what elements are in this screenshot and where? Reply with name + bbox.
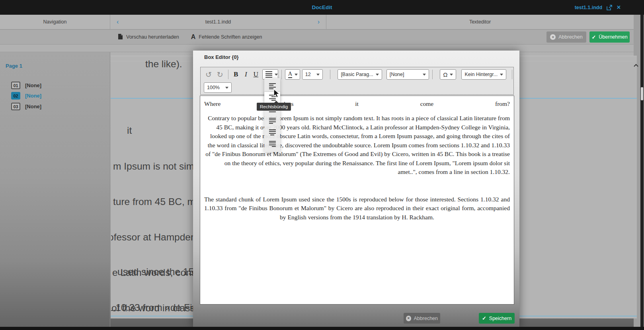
share-icon[interactable] xyxy=(607,5,612,10)
tooltip: Rechtsbündig xyxy=(257,103,291,111)
document-text-block-2: used since the 1500 1.10.33 from «de Fin… xyxy=(111,242,205,330)
paragraph-style-dropdown[interactable]: [Basic Parag... xyxy=(338,69,382,80)
panel-document-title: ‹ test1.1.indd › xyxy=(110,15,326,29)
cancel-x-icon: ✕ xyxy=(406,316,411,321)
divider xyxy=(330,70,330,79)
chevron-down-icon xyxy=(316,74,320,77)
divider xyxy=(281,70,282,79)
chevron-down-icon xyxy=(295,74,298,77)
sidebar-item-frame-01[interactable]: 01 [None] xyxy=(11,82,41,89)
font-size-dropdown[interactable]: 12 xyxy=(302,69,323,80)
panel-texteditor-title: Texteditor xyxy=(326,15,634,29)
action-bar: Vorschau herunterladen A Fehlende Schrif… xyxy=(0,30,634,45)
divider xyxy=(512,70,512,79)
dialog-cancel-button[interactable]: ✕ Abbrechen xyxy=(404,313,440,324)
file-name: test1.1.indd xyxy=(575,5,602,10)
document-title: test1.1.indd xyxy=(205,19,231,25)
chevron-down-icon xyxy=(275,74,278,77)
chevron-down-icon xyxy=(225,87,228,90)
panel-header-bar: Navigation ‹ test1.1.indd › Texteditor xyxy=(0,15,634,29)
justify-center-option[interactable] xyxy=(264,127,280,138)
editor-paragraph-1: Contrary to popular belief, Lorem Ipsum … xyxy=(204,114,510,176)
prev-page-icon[interactable]: ‹ xyxy=(113,15,122,29)
apply-button[interactable]: ✓ Übernehmen xyxy=(589,31,630,43)
italic-button[interactable]: I xyxy=(242,70,250,78)
scrollbar-thumb[interactable] xyxy=(641,87,643,100)
justify-right-option[interactable] xyxy=(264,138,280,150)
next-page-icon[interactable]: › xyxy=(314,15,323,29)
font-a-icon: A xyxy=(191,33,196,41)
close-icon[interactable]: ✕ xyxy=(617,4,621,10)
cancel-x-icon: ✕ xyxy=(550,34,556,40)
character-style-dropdown[interactable]: [None] xyxy=(386,69,429,80)
editor-toolbar: ↺ ↻ B I U A 12 xyxy=(200,67,514,95)
zoom-dropdown[interactable]: 100% xyxy=(204,82,232,93)
cancel-button[interactable]: ✕ Abbrechen xyxy=(546,31,586,43)
download-preview-button[interactable]: Vorschau herunterladen xyxy=(118,33,179,41)
font-color-icon: A xyxy=(288,71,292,78)
editor-paragraph-2: The standard chunk of Lorem Ipsum used s… xyxy=(204,195,510,222)
sidebar-item-frame-03[interactable]: 03 [None] xyxy=(11,103,41,110)
missing-fonts-button[interactable]: A Fehlende Schriften anzeigen xyxy=(191,33,262,41)
justify-left-option[interactable] xyxy=(264,115,280,127)
check-icon: ✓ xyxy=(591,34,596,40)
dialog-title: Box Editor {0} xyxy=(204,54,239,60)
special-character-dropdown[interactable]: Ω xyxy=(440,69,456,80)
font-color-dropdown[interactable]: A xyxy=(285,69,300,80)
app-window: DocEdit test1.1.indd ✕ Navigation ‹ test… xyxy=(0,0,644,330)
background-dropdown[interactable]: Kein Hintergr... xyxy=(461,69,506,80)
bold-button[interactable]: B xyxy=(232,70,240,78)
sidebar-item-frame-02[interactable]: 02 [None] xyxy=(11,92,41,100)
undo-icon[interactable]: ↺ xyxy=(204,70,213,79)
align-right-icon xyxy=(269,95,276,101)
align-left-option[interactable] xyxy=(264,80,280,92)
chevron-down-icon xyxy=(500,74,503,77)
page-group-header[interactable]: Page 1 xyxy=(6,63,22,69)
top-bar: DocEdit test1.1.indd ✕ xyxy=(0,0,644,15)
dialog-footer: ✕ Abbrechen ✓ Speichern xyxy=(193,308,519,324)
chevron-down-icon xyxy=(376,74,379,77)
editor-heading: Where does it come from? xyxy=(204,100,510,108)
check-icon: ✓ xyxy=(482,315,486,321)
scrollbar-track[interactable] xyxy=(640,15,644,330)
justify-right-icon xyxy=(269,141,276,147)
justify-center-icon xyxy=(269,129,276,136)
chevron-up-icon[interactable] xyxy=(634,64,638,67)
divider xyxy=(432,70,433,79)
chevron-down-icon xyxy=(450,74,453,77)
underline-button[interactable]: U xyxy=(252,70,260,78)
document-text-line: the like). xyxy=(111,58,182,70)
box-editor-dialog: Box Editor {0} ↺ ↻ B I U A 12 xyxy=(193,51,519,327)
bottom-strip xyxy=(0,327,644,330)
app-title: DocEdit xyxy=(0,4,644,10)
omega-icon: Ω xyxy=(443,71,447,78)
align-left-icon xyxy=(269,83,276,90)
dialog-save-button[interactable]: ✓ Speichern xyxy=(479,313,515,324)
redo-icon[interactable]: ↻ xyxy=(215,70,225,79)
chevron-down-icon xyxy=(423,74,426,77)
alignment-menu xyxy=(264,78,280,152)
pdf-file-icon xyxy=(118,33,123,41)
text-editor-surface[interactable]: Where does it come from? Contrary to pop… xyxy=(200,96,514,305)
panel-navigation-title: Navigation xyxy=(0,15,110,29)
justify-left-icon xyxy=(269,118,276,124)
divider xyxy=(228,70,228,79)
justify-icon xyxy=(265,71,272,78)
